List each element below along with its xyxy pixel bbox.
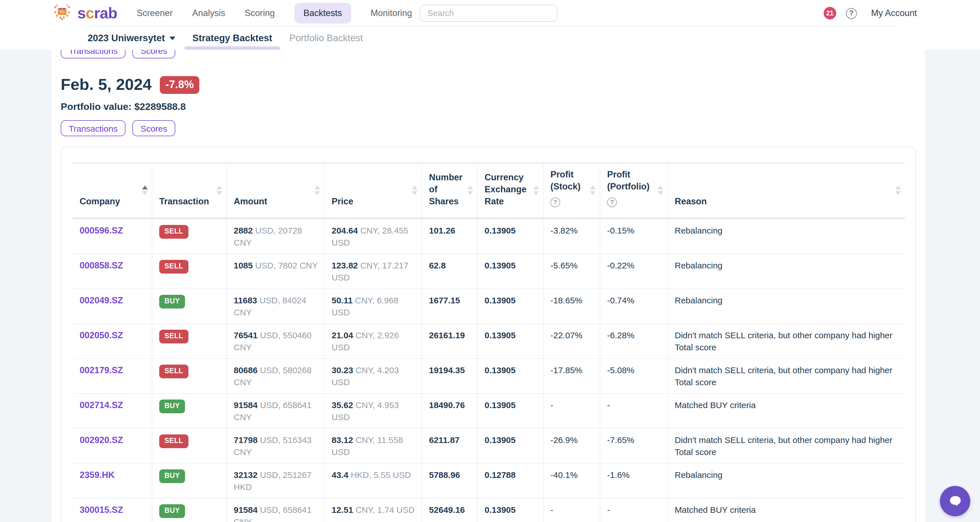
column-header-reason[interactable]: Reason — [668, 164, 905, 219]
sort-icon[interactable] — [315, 186, 320, 195]
sort-up-arrow — [315, 186, 320, 189]
nav-item-monitoring[interactable]: Monitoring — [371, 3, 412, 24]
table-row: 002179.SZSELL80686 USD, 580268 CNY30.23 … — [73, 359, 905, 394]
cell-transaction: BUY — [152, 394, 227, 429]
ticker-link[interactable]: 002050.SZ — [80, 330, 123, 340]
previous-transactions-button[interactable]: Transactions — [61, 50, 126, 59]
sort-icon[interactable] — [590, 186, 596, 195]
column-label: Number of Shares — [429, 171, 463, 207]
nav-item-backtests[interactable]: Backtests — [294, 3, 351, 24]
cell-profit-portfolio: -0.22% — [600, 254, 668, 289]
column-header-profit-portfolio[interactable]: Profit (Portfolio)? — [600, 164, 668, 219]
my-account-link[interactable]: My Account — [871, 8, 917, 18]
cell-reason: Didn't match SELL criteria, but other co… — [668, 324, 905, 359]
sort-icon[interactable] — [657, 186, 663, 195]
sort-down-arrow — [315, 191, 320, 195]
column-header-number-of-shares[interactable]: Number of Shares — [422, 164, 478, 219]
nav-item-screener[interactable]: Screener — [137, 3, 173, 24]
cell-amount-main: 76541 — [234, 330, 258, 340]
main-nav: ScreenerAnalysisScoringBacktestsMonitori… — [137, 3, 412, 24]
sort-icon[interactable] — [216, 186, 222, 195]
ticker-link[interactable]: 2359.HK — [80, 470, 115, 480]
chat-icon — [947, 493, 963, 509]
column-header-profit-stock[interactable]: Profit (Stock)? — [544, 164, 600, 219]
column-header-company[interactable]: Company — [73, 164, 152, 219]
column-header-transaction[interactable]: Transaction — [152, 164, 227, 219]
cell-reason-value: Matched BUY criteria — [675, 505, 756, 514]
cell-price-main: 12.51 — [332, 505, 353, 514]
cell-amount-main: 91584 — [234, 505, 258, 514]
table-row: 300015.SZBUY91584 USD, 658641 CNY12.51 C… — [73, 498, 905, 522]
cell-company: 002920.SZ — [73, 429, 152, 463]
cell-profit-portfolio: -6.28% — [600, 324, 668, 359]
cell-amount-main: 91584 — [234, 400, 258, 410]
column-help-icon[interactable]: ? — [550, 197, 560, 207]
sort-icon[interactable] — [412, 186, 418, 195]
tab-strategy-backtest[interactable]: Strategy Backtest — [192, 26, 272, 50]
portfolio-value-label: Portfolio value: — [61, 101, 132, 112]
cell-amount: 76541 USD, 550460 CNY — [227, 324, 325, 359]
ticker-link[interactable]: 000596.SZ — [80, 225, 123, 235]
cell-profit-portfolio: -1.6% — [600, 463, 668, 498]
ticker-link[interactable]: 300015.SZ — [80, 505, 123, 514]
cell-price: 21.04 CNY, 2.926 USD — [325, 324, 422, 359]
sort-up-arrow — [412, 186, 418, 189]
main-content: TransactionsScores Feb. 5, 2024 -7.8% Po… — [51, 50, 925, 522]
sort-icon[interactable] — [142, 186, 148, 195]
cell-price: 83.12 CNY, 11.558 USD — [325, 429, 422, 463]
table-row: 002049.SZBUY11683 USD, 84024 CNY50.11 CN… — [73, 289, 905, 324]
backtest-selector-dropdown[interactable]: 2023 Uniwersytet — [88, 26, 175, 50]
cell-profit-portfolio-value: -0.22% — [607, 260, 634, 270]
top-navigation-bar: scrab ScreenerAnalysisScoringBacktestsMo… — [0, 0, 980, 26]
column-help-icon[interactable]: ? — [607, 197, 617, 207]
cell-reason-value: Rebalancing — [675, 225, 722, 235]
cell-profit-portfolio-value: -6.28% — [607, 330, 634, 340]
chat-widget-button[interactable] — [940, 486, 970, 516]
column-header-price[interactable]: Price — [325, 164, 422, 219]
ticker-link[interactable]: 002714.SZ — [80, 400, 123, 410]
cell-currency-exchange-rate: 0.13905 — [478, 429, 544, 463]
ticker-link[interactable]: 002049.SZ — [80, 295, 123, 305]
cell-number-of-shares-value: 18490.76 — [429, 400, 465, 410]
scrab-logo[interactable]: scrab — [53, 5, 117, 22]
cell-number-of-shares: 52649.16 — [422, 498, 478, 522]
cell-price-main: 50.11 — [332, 295, 353, 305]
notifications-badge[interactable]: 21 — [824, 7, 836, 19]
sort-down-arrow — [216, 191, 222, 195]
cell-number-of-shares: 1677.15 — [422, 289, 478, 324]
cell-reason-value: Rebalancing — [675, 260, 722, 270]
cell-reason: Didn't match SELL criteria, but other co… — [668, 429, 905, 463]
cell-profit-portfolio-value: -5.08% — [607, 365, 634, 375]
column-header-currency-exchange-rate[interactable]: Currency Exchange Rate — [478, 164, 544, 219]
sort-icon[interactable] — [533, 186, 539, 195]
cell-reason: Didn't match SELL criteria, but other co… — [668, 359, 905, 394]
transactions-button[interactable]: Transactions — [61, 120, 126, 136]
cell-currency-exchange-rate-value: 0.12788 — [485, 470, 515, 480]
cell-amount-main: 71798 — [234, 435, 258, 445]
column-header-amount[interactable]: Amount — [227, 164, 325, 219]
nav-item-scoring[interactable]: Scoring — [245, 3, 275, 24]
cell-number-of-shares-value: 101.26 — [429, 225, 455, 235]
help-icon[interactable]: ? — [846, 8, 857, 19]
scores-button[interactable]: Scores — [133, 120, 175, 136]
cell-currency-exchange-rate: 0.13905 — [478, 324, 544, 359]
cell-number-of-shares-value: 6211.87 — [429, 435, 460, 445]
ticker-link[interactable]: 000858.SZ — [80, 260, 123, 270]
cell-profit-stock: -3.82% — [544, 219, 600, 254]
cell-currency-exchange-rate: 0.13905 — [478, 289, 544, 324]
cell-currency-exchange-rate-value: 0.13905 — [485, 505, 515, 514]
tab-portfolio-backtest[interactable]: Portfolio Backtest — [289, 26, 363, 50]
ticker-link[interactable]: 002179.SZ — [80, 365, 123, 375]
previous-day-buttons: TransactionsScores — [61, 50, 916, 59]
ticker-link[interactable]: 002920.SZ — [80, 435, 123, 445]
table-row: 000858.SZSELL1085 USD, 7802 CNY123.82 CN… — [73, 254, 905, 289]
cell-profit-portfolio: -5.08% — [600, 359, 668, 394]
cell-profit-stock-value: -5.65% — [550, 260, 578, 270]
sort-icon[interactable] — [468, 186, 473, 195]
cell-number-of-shares: 26161.19 — [422, 324, 478, 359]
previous-scores-button[interactable]: Scores — [133, 50, 175, 59]
search-input[interactable] — [426, 8, 551, 18]
crab-logo-icon — [53, 5, 73, 22]
nav-item-analysis[interactable]: Analysis — [192, 3, 225, 24]
sort-icon[interactable] — [895, 186, 901, 195]
